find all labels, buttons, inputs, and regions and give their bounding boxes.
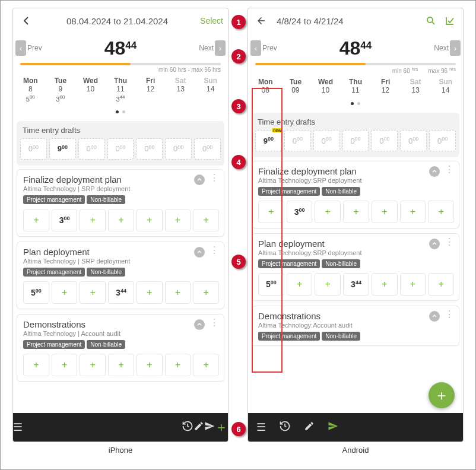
draft-cell[interactable]: 000 bbox=[284, 130, 311, 151]
draft-cell[interactable]: 900new bbox=[255, 130, 282, 151]
more-icon[interactable]: ⋮ bbox=[445, 166, 454, 173]
add-time-cell[interactable]: + bbox=[23, 209, 49, 231]
more-icon[interactable]: ⋮ bbox=[445, 311, 454, 318]
add-time-cell[interactable]: + bbox=[52, 281, 78, 304]
add-time-cell[interactable]: + bbox=[315, 201, 341, 223]
topbar: 08.04.2024 to 21.04.2024 Select bbox=[13, 8, 228, 33]
add-time-cell[interactable]: + bbox=[193, 354, 219, 376]
add-time-cell[interactable]: + bbox=[108, 209, 134, 231]
next-week[interactable]: Next › bbox=[199, 40, 226, 56]
history-icon[interactable] bbox=[279, 420, 291, 435]
time-value-cell[interactable]: 500 bbox=[23, 281, 49, 304]
draft-cell[interactable]: 000 bbox=[20, 138, 47, 160]
add-time-cell[interactable]: + bbox=[258, 201, 284, 223]
add-time-cell[interactable]: + bbox=[80, 209, 106, 231]
draft-cell[interactable]: 000 bbox=[194, 138, 221, 160]
draft-cell[interactable]: 000 bbox=[136, 138, 163, 160]
prev-week[interactable]: ‹ Prev bbox=[250, 40, 277, 56]
time-value-cell[interactable]: 344 bbox=[343, 273, 369, 296]
edit-icon[interactable] bbox=[193, 421, 204, 434]
back-icon[interactable] bbox=[18, 12, 34, 29]
send-icon[interactable] bbox=[328, 421, 338, 434]
add-time-cell[interactable]: + bbox=[137, 281, 163, 304]
add-time-cell[interactable]: + bbox=[372, 273, 398, 296]
search-icon[interactable] bbox=[423, 12, 439, 29]
add-time-cell[interactable]: + bbox=[428, 201, 454, 223]
day-col[interactable]: Sun14 bbox=[195, 77, 226, 103]
time-value-cell[interactable]: 300 bbox=[52, 209, 78, 231]
menu-icon[interactable]: ☰ bbox=[13, 421, 23, 434]
day-col[interactable]: Fri12 bbox=[135, 77, 166, 103]
draft-cell[interactable]: 000 bbox=[342, 130, 369, 151]
day-col[interactable]: Sun14 bbox=[430, 78, 461, 94]
day-col[interactable]: Thu11 bbox=[341, 78, 371, 94]
draft-cell[interactable]: 000 bbox=[165, 138, 192, 160]
add-time-cell[interactable]: + bbox=[315, 273, 341, 296]
history-icon[interactable] bbox=[182, 420, 193, 435]
day-col[interactable]: Sat13 bbox=[166, 77, 196, 103]
task-card: Finalize deployment planAltima Technolog… bbox=[17, 169, 224, 237]
draft-cell[interactable]: 000 bbox=[78, 138, 105, 160]
add-time-cell[interactable]: + bbox=[428, 273, 454, 296]
day-col[interactable]: Mon8500 bbox=[15, 77, 46, 103]
day-col[interactable]: Wed10 bbox=[75, 77, 106, 103]
add-time-cell[interactable]: + bbox=[193, 281, 219, 304]
select-button[interactable]: Select bbox=[200, 16, 223, 26]
more-icon[interactable]: ⋮ bbox=[210, 319, 219, 326]
draft-cell[interactable]: 000 bbox=[371, 130, 398, 151]
fab-add[interactable]: ＋ bbox=[429, 382, 455, 408]
add-time-cell[interactable]: + bbox=[400, 273, 426, 296]
time-value-cell[interactable]: 500 bbox=[258, 273, 284, 296]
add-time-cell[interactable]: + bbox=[343, 201, 369, 223]
day-col[interactable]: Tue9300 bbox=[46, 77, 76, 103]
export-icon[interactable] bbox=[442, 12, 458, 29]
add-time-cell[interactable]: + bbox=[287, 273, 313, 296]
time-value-cell[interactable]: 344 bbox=[108, 281, 134, 304]
task-cards: Finalize deployment planAltima Technolog… bbox=[13, 169, 228, 413]
add-time-cell[interactable]: + bbox=[137, 354, 163, 376]
add-time-cell[interactable]: + bbox=[372, 201, 398, 223]
day-col[interactable]: Wed10 bbox=[310, 78, 341, 94]
status-icon[interactable] bbox=[194, 174, 205, 185]
draft-cell[interactable]: 000 bbox=[400, 130, 427, 151]
next-label: Next bbox=[199, 44, 214, 52]
prev-week[interactable]: ‹ Prev bbox=[15, 40, 42, 56]
add-time-cell[interactable]: + bbox=[23, 354, 49, 376]
back-icon[interactable] bbox=[253, 12, 269, 29]
edit-icon[interactable] bbox=[304, 421, 315, 434]
menu-icon[interactable]: ☰ bbox=[256, 421, 266, 434]
tag: Non-billable bbox=[87, 340, 125, 349]
more-icon[interactable]: ⋮ bbox=[445, 239, 454, 246]
more-icon[interactable]: ⋮ bbox=[210, 247, 219, 254]
task-card: DemonstrationsAltima Technology | Accoun… bbox=[17, 314, 224, 382]
draft-cell[interactable]: 000 bbox=[107, 138, 134, 160]
task-time-row: 500++344+++ bbox=[23, 281, 219, 304]
day-col[interactable]: Sat13 bbox=[401, 78, 431, 94]
add-icon[interactable]: ＋ bbox=[215, 418, 228, 436]
add-time-cell[interactable]: + bbox=[80, 354, 106, 376]
add-time-cell[interactable]: + bbox=[137, 209, 163, 231]
add-time-cell[interactable]: + bbox=[400, 201, 426, 223]
more-icon[interactable]: ⋮ bbox=[210, 174, 219, 182]
add-time-cell[interactable]: + bbox=[52, 354, 78, 376]
day-col[interactable]: Thu11344 bbox=[106, 77, 136, 103]
add-time-cell[interactable]: + bbox=[80, 281, 106, 304]
add-time-cell[interactable]: + bbox=[193, 209, 219, 231]
next-week[interactable]: Next › bbox=[434, 40, 461, 56]
day-col[interactable]: Tue09 bbox=[281, 78, 311, 94]
status-icon[interactable] bbox=[194, 247, 205, 258]
date-range-title: 4/8/24 to 4/21/24 bbox=[272, 16, 420, 26]
draft-cell[interactable]: 000 bbox=[313, 130, 340, 151]
draft-cell[interactable]: 000 bbox=[429, 130, 456, 151]
add-time-cell[interactable]: + bbox=[165, 354, 191, 376]
day-col[interactable]: Mon08 bbox=[250, 78, 281, 94]
day-col[interactable]: Fri12 bbox=[370, 78, 401, 94]
send-icon[interactable] bbox=[204, 421, 215, 434]
status-icon[interactable] bbox=[194, 319, 205, 330]
time-value-cell[interactable]: 300 bbox=[287, 201, 313, 223]
add-time-cell[interactable]: + bbox=[108, 354, 134, 376]
draft-cell[interactable]: 900 bbox=[49, 138, 76, 160]
add-time-cell[interactable]: + bbox=[165, 209, 191, 231]
next-label: Next bbox=[434, 44, 449, 52]
add-time-cell[interactable]: + bbox=[165, 281, 191, 304]
